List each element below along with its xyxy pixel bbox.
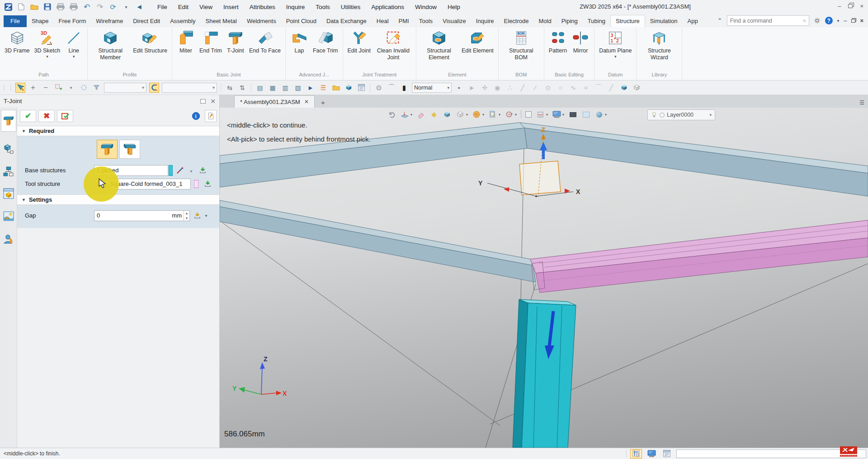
ribbon-item-structural-element[interactable]: Structural Element xyxy=(420,28,458,62)
tab-shape[interactable]: Shape xyxy=(27,15,54,27)
dropdown-arrow-icon[interactable]: ▾ xyxy=(562,113,564,117)
wire-mode-icon[interactable] xyxy=(632,83,642,93)
ribbon-item-edit-joint[interactable]: Edit Joint xyxy=(346,28,372,55)
ribbon-item-lap[interactable]: Lap xyxy=(289,28,310,55)
dropdown-arrow-icon[interactable]: ▾ xyxy=(499,113,500,117)
doc-close-icon[interactable]: × xyxy=(860,17,863,24)
required-section-header[interactable]: ▼ Required xyxy=(17,126,219,136)
menu-insert[interactable]: Insert xyxy=(218,2,244,12)
constraint-icon-2[interactable]: ▦ xyxy=(268,83,278,93)
clip-plane-icon[interactable] xyxy=(536,110,545,119)
status-tool-icon[interactable] xyxy=(630,449,642,459)
tab-list-icon[interactable]: ☰ xyxy=(856,99,868,108)
constraint-icon-1[interactable]: ▤ xyxy=(255,83,265,93)
add-pick-icon[interactable]: + xyxy=(28,83,38,93)
tab-free-form[interactable]: Free Form xyxy=(54,15,91,27)
expand-right-icon[interactable]: ▸ xyxy=(454,83,464,93)
ok-button[interactable]: ✔ xyxy=(20,110,36,122)
window-pick-icon[interactable] xyxy=(53,83,63,93)
undo-view-icon[interactable] xyxy=(387,110,396,119)
zoom-window-icon[interactable] xyxy=(488,110,497,119)
help-dropdown-icon[interactable]: ▾ xyxy=(837,19,840,23)
tab-pmi[interactable]: PMI xyxy=(394,15,414,27)
tab-data-exchange[interactable]: Data Exchange xyxy=(321,15,372,27)
constraint-icon-4[interactable]: ▧ xyxy=(293,83,303,93)
ribbon-item-clean-invalid-joint[interactable]: Clean Invalid Joint xyxy=(374,28,413,62)
menu-attributes[interactable]: Attributes xyxy=(244,2,281,12)
ribbon-item-pattern[interactable]: Pattern xyxy=(547,28,568,55)
history-clock-icon[interactable]: ⊙ xyxy=(374,83,384,93)
ribbon-item-structure-wizard[interactable]: Structure Wizard xyxy=(640,28,679,62)
dropdown-arrow-icon[interactable]: ▾ xyxy=(46,54,48,59)
hook-icon[interactable]: ⌒ xyxy=(387,83,396,93)
sidebar-item-t-joint-command[interactable] xyxy=(1,110,16,132)
settings-section-header[interactable]: ▼ Settings xyxy=(17,194,219,205)
tab-file[interactable]: File xyxy=(4,15,27,27)
status-monitor-icon[interactable] xyxy=(646,449,657,459)
gap-dropdown-icon[interactable]: ▾ xyxy=(202,212,210,220)
curve-continuity-icon[interactable] xyxy=(149,83,159,93)
align-vertical-icon[interactable]: ⇅ xyxy=(237,83,247,93)
window-close-button[interactable]: × xyxy=(860,3,863,9)
layer-selector[interactable]: Layer0000 ▾ xyxy=(647,109,715,120)
command-search-input[interactable] xyxy=(730,18,803,24)
list-manager-icon[interactable]: ☰ xyxy=(318,83,328,93)
pick-last-icon[interactable]: ► xyxy=(306,83,316,93)
ribbon-collapse-icon[interactable]: ⌃ xyxy=(717,17,722,24)
dropdown-arrow-icon[interactable]: ▾ xyxy=(546,113,548,117)
ribbon-item-3d-frame[interactable]: 3D Frame xyxy=(3,28,31,55)
status-notes-icon[interactable] xyxy=(661,449,673,459)
shape-filter-select[interactable]: ▾ xyxy=(162,83,217,93)
t-joint-type-option-1[interactable] xyxy=(97,140,118,159)
menu-tools[interactable]: Tools xyxy=(310,2,335,12)
entity-filter-select[interactable]: ▾ xyxy=(104,83,146,93)
view-orientation-icon[interactable] xyxy=(400,110,409,119)
sidebar-item-visual-manager-icon[interactable] xyxy=(3,188,14,199)
tab-sheet-metal[interactable]: Sheet Metal xyxy=(201,15,242,27)
tab-structure[interactable]: Structure xyxy=(610,15,645,27)
model-scene[interactable]: Z Y X xyxy=(220,108,868,448)
ribbon-item-mirror[interactable]: Mirror xyxy=(570,28,591,55)
help-icon[interactable]: ? xyxy=(825,17,833,24)
section-view-icon[interactable] xyxy=(525,111,532,118)
remove-pick-icon[interactable]: − xyxy=(41,83,51,93)
info-button[interactable] xyxy=(189,110,203,122)
menu-help[interactable]: Help xyxy=(442,2,466,12)
status-input-field[interactable] xyxy=(676,450,866,458)
ribbon-item-line[interactable]: Line▾ xyxy=(63,28,84,59)
tab-assembly[interactable]: Assembly xyxy=(165,15,200,27)
menu-inquire[interactable]: Inquire xyxy=(281,2,310,12)
tab-close-icon[interactable]: ✕ xyxy=(304,99,309,105)
tab-piping[interactable]: Piping xyxy=(557,15,583,27)
pick-command-icon[interactable] xyxy=(15,83,25,93)
background-light-icon[interactable] xyxy=(581,110,590,119)
doc-minimize-icon[interactable]: – xyxy=(844,17,847,24)
print-icon[interactable] xyxy=(56,2,65,11)
sidebar-item-reference-icon[interactable] xyxy=(3,142,14,154)
tab-heal[interactable]: Heal xyxy=(372,15,394,27)
cancel-button[interactable]: ✖ xyxy=(38,110,55,122)
dropdown-arrow-icon[interactable]: ▾ xyxy=(614,54,617,59)
settings-gear-icon[interactable] xyxy=(814,17,821,24)
collapse-left-icon[interactable]: ◀ xyxy=(135,2,144,11)
background-icon[interactable]: ▮ xyxy=(399,83,409,93)
menu-file[interactable]: File xyxy=(152,2,173,12)
display-style-select[interactable]: Normal▾ xyxy=(412,83,452,93)
ribbon-item-structural-bom[interactable]: Structural BOM xyxy=(502,28,541,62)
render-sphere-icon[interactable] xyxy=(594,110,604,119)
tab-simulation[interactable]: Simulation xyxy=(645,15,683,27)
menu-view[interactable]: View xyxy=(194,2,218,12)
doc-restore-icon[interactable] xyxy=(851,19,855,23)
lasso-pick-icon[interactable] xyxy=(79,83,89,93)
tab-electrode[interactable]: Electrode xyxy=(499,15,534,27)
resume-input-button[interactable] xyxy=(205,110,217,122)
new-tab-button[interactable]: + xyxy=(321,99,325,108)
pick-from-list-icon[interactable] xyxy=(198,166,207,175)
ribbon-item-edit-element[interactable]: Edit Element xyxy=(460,28,495,55)
ribbon-item-3d-sketch[interactable]: 3D Sketch▾ xyxy=(33,28,62,59)
sidebar-item-role-icon[interactable] xyxy=(3,233,14,245)
dropdown-arrow-icon[interactable]: ▾ xyxy=(466,113,468,117)
apply-button[interactable] xyxy=(57,110,73,122)
ribbon-item-face-trim[interactable]: Face Trim xyxy=(311,28,340,55)
ribbon-item-edit-structure[interactable]: Edit Structure xyxy=(132,28,169,55)
